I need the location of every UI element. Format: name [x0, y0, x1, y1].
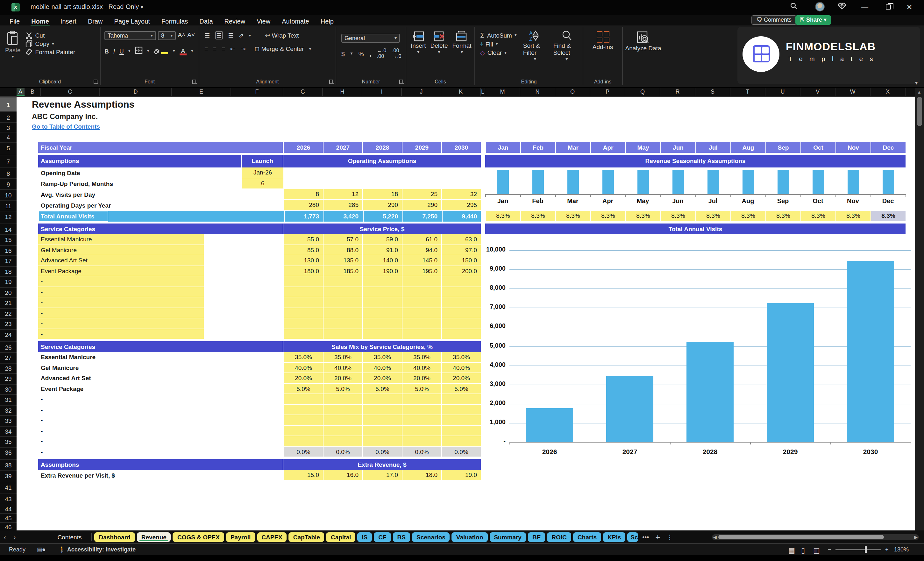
row-header-29[interactable]: 29 [0, 373, 16, 384]
sheet-options-button[interactable]: ⋮ [663, 533, 676, 540]
sheet-tab-revenue[interactable]: Revenue [137, 532, 171, 542]
price-cell[interactable] [442, 318, 481, 328]
column-header-H[interactable]: H [323, 88, 362, 96]
price-cell[interactable]: 97.0 [442, 245, 481, 255]
wrap-text-button[interactable]: ↩ Wrap Text [265, 32, 298, 39]
row-header-33[interactable]: 33 [0, 415, 16, 426]
sheet-tab-cogs-opex[interactable]: COGS & OPEX [173, 532, 224, 542]
sheet-tab-payroll[interactable]: Payroll [226, 532, 255, 542]
price-cell[interactable]: 55.0 [284, 234, 323, 244]
menu-tab-draw[interactable]: Draw [82, 16, 109, 26]
service-category-cell[interactable]: - [38, 308, 204, 318]
service-category-cell[interactable]: - [38, 276, 204, 286]
price-cell[interactable]: 200.0 [442, 266, 481, 276]
mix-cell[interactable] [402, 405, 441, 414]
decrease-decimal-button[interactable]: .00→.0 [392, 48, 401, 59]
mix-cell[interactable]: 5.0% [442, 384, 481, 393]
row-header-22[interactable]: 22 [0, 308, 16, 318]
mix-cell[interactable] [442, 394, 481, 404]
accounting-format-button[interactable]: $ [341, 50, 345, 57]
mix-cell[interactable] [284, 405, 323, 414]
sheet-tab-cf[interactable]: CF [374, 532, 391, 542]
extra-revenue-cell[interactable]: 15.0 [284, 470, 323, 480]
price-cell[interactable] [324, 318, 362, 328]
seasonality-pct-cell[interactable]: 8.3% [661, 211, 695, 221]
mix-cell[interactable] [402, 415, 441, 425]
borders-button[interactable] [135, 45, 142, 57]
input-cell[interactable]: 295 [442, 200, 481, 210]
price-cell[interactable]: 94.0 [402, 245, 441, 255]
underline-button[interactable]: U [119, 48, 124, 54]
price-cell[interactable] [402, 308, 441, 318]
input-cell[interactable]: 285 [324, 200, 362, 210]
price-cell[interactable]: 185.0 [324, 266, 362, 276]
account-avatar[interactable] [815, 2, 825, 12]
row-header-23[interactable]: 23 [0, 318, 16, 329]
sheet-tab-roic[interactable]: ROIC [547, 532, 571, 542]
row-header-4[interactable]: 4 [0, 132, 16, 142]
price-cell[interactable] [402, 297, 441, 307]
row-header-17[interactable]: 17 [0, 255, 16, 266]
seasonality-pct-cell[interactable]: 8.3% [486, 211, 520, 221]
price-cell[interactable]: 57.0 [324, 234, 362, 244]
increase-indent-button[interactable]: ⇥ [240, 45, 246, 52]
collapse-ribbon-icon[interactable]: ▾ [915, 80, 918, 86]
mix-cell[interactable] [442, 436, 481, 446]
mix-cell[interactable]: 35.0% [442, 352, 481, 362]
row-header-43[interactable]: 43 [0, 494, 16, 504]
sheet-tab-dashboard[interactable]: Dashboard [94, 532, 135, 542]
percent-style-button[interactable]: % [358, 50, 364, 57]
input-cell[interactable]: 12 [324, 189, 362, 199]
mix-cell[interactable]: 20.0% [363, 373, 402, 383]
price-cell[interactable] [442, 308, 481, 318]
mix-cell[interactable] [284, 426, 323, 435]
row-header-34[interactable]: 34 [0, 426, 16, 436]
input-cell[interactable]: 280 [284, 200, 323, 210]
column-header-C[interactable]: C [41, 88, 100, 96]
menu-tab-file[interactable]: File [4, 16, 26, 26]
menu-tab-data[interactable]: Data [194, 16, 218, 26]
sheet-tab-contents[interactable]: Contents [51, 532, 88, 542]
new-sheet-button[interactable]: + [652, 532, 663, 542]
decrease-indent-button[interactable]: ⇤ [230, 45, 235, 52]
align-bottom-button[interactable]: ☰ [228, 32, 233, 39]
extra-revenue-cell[interactable]: 17.0 [363, 470, 402, 480]
price-cell[interactable] [284, 308, 323, 318]
row-header-35[interactable]: 35 [0, 436, 16, 447]
column-header-R[interactable]: R [660, 88, 695, 96]
addins-button[interactable]: Add-ins [583, 27, 622, 50]
row-header-7[interactable]: 7 [0, 155, 16, 168]
price-cell[interactable] [324, 276, 362, 286]
price-cell[interactable] [363, 297, 402, 307]
column-header-D[interactable]: D [100, 88, 172, 96]
horizontal-scrollbar[interactable]: ◀ ▶ [712, 534, 919, 540]
price-cell[interactable]: 85.0 [284, 245, 323, 255]
menu-tab-automate[interactable]: Automate [276, 16, 315, 26]
clear-button[interactable]: ◇ Clear ▾ [480, 49, 517, 56]
row-header-32[interactable]: 32 [0, 405, 16, 415]
price-cell[interactable] [402, 329, 441, 339]
input-cell[interactable]: Jan-26 [242, 168, 284, 178]
copy-button[interactable]: Copy ▾ [26, 40, 75, 47]
number-dialog-launcher[interactable] [399, 80, 404, 84]
price-cell[interactable] [442, 276, 481, 286]
price-cell[interactable]: 91.0 [363, 245, 402, 255]
zoom-slider-thumb[interactable] [865, 546, 867, 553]
mix-cell[interactable] [402, 436, 441, 446]
mix-cell[interactable] [324, 436, 362, 446]
sheet-tab-captable[interactable]: CapTable [289, 532, 324, 542]
mix-cell[interactable]: 5.0% [402, 384, 441, 393]
column-header-F[interactable]: F [231, 88, 284, 96]
row-header-46[interactable]: 46 [0, 522, 16, 530]
row-header-28[interactable]: 28 [0, 363, 16, 373]
price-cell[interactable]: 63.0 [442, 234, 481, 244]
price-cell[interactable] [402, 318, 441, 328]
comma-style-button[interactable]: , [370, 50, 371, 57]
accessibility-status[interactable]: 🚶 Accessibility: Investigate [58, 546, 136, 553]
price-cell[interactable] [324, 329, 362, 339]
mix-cell[interactable] [442, 426, 481, 435]
column-header-M[interactable]: M [485, 88, 520, 96]
price-cell[interactable] [363, 287, 402, 297]
mix-cell[interactable] [324, 394, 362, 404]
seasonality-pct-cell[interactable]: 8.3% [871, 211, 906, 221]
